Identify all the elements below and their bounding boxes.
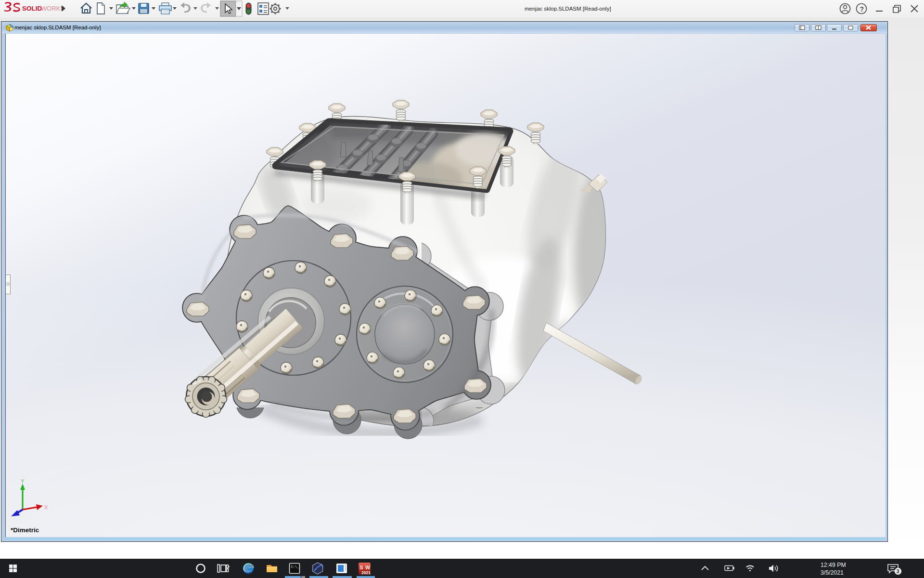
svg-text:3: 3 [897,568,899,574]
svg-text:C:\_: C:\_ [291,565,300,569]
svg-text:WORKS: WORKS [41,5,64,12]
svg-text:12:49 PM: 12:49 PM [821,562,846,568]
svg-text:3/5/2021: 3/5/2021 [821,569,844,576]
svg-text:Y: Y [21,479,25,484]
svg-text:X: X [44,504,48,510]
svg-text:W: W [365,565,370,570]
svg-text:2021: 2021 [361,570,371,575]
svg-text:SOLID: SOLID [22,5,42,12]
svg-text:?: ? [860,5,864,13]
svg-text:S: S [360,565,363,570]
